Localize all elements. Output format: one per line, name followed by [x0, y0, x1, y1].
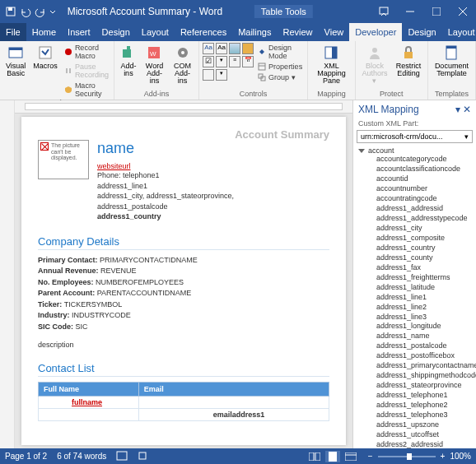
document-page[interactable]: Account Summary The picture can't be dis… — [21, 117, 346, 445]
tab-mailings[interactable]: Mailings — [232, 23, 277, 41]
tree-item[interactable]: address1_longitude — [358, 322, 476, 332]
xml-mapping-pane-button[interactable]: XML Mapping Pane — [311, 43, 352, 86]
group-button[interactable]: Group ▾ — [256, 72, 304, 82]
contact-table[interactable]: Full NameEmail fullname emailaddress1 — [38, 382, 329, 421]
tab-home[interactable]: Home — [26, 23, 62, 41]
tree-item[interactable]: address1_stateorprovince — [358, 381, 476, 391]
detail-row[interactable]: Ticker: TICKERSYMBOL — [38, 299, 329, 311]
design-mode-button[interactable]: Design Mode — [256, 43, 304, 61]
macros-button[interactable]: Macros — [30, 43, 60, 99]
detail-row[interactable]: SIC Code: SIC — [38, 322, 329, 333]
tree-item[interactable]: address1_upszone — [358, 420, 476, 430]
print-layout-icon[interactable] — [325, 451, 340, 462]
email-cell[interactable]: emailaddress1 — [138, 409, 329, 421]
tree-item[interactable]: address1_addresstypecode — [358, 214, 476, 224]
page-indicator[interactable]: Page 1 of 2 — [5, 452, 47, 461]
xml-part-select[interactable]: urn:microsoft-crm/docu...▾ — [357, 130, 473, 143]
control-datepicker-icon[interactable]: 📅 — [242, 56, 254, 67]
pane-dropdown-icon[interactable]: ▾ ✕ — [455, 104, 471, 115]
close-icon[interactable] — [450, 0, 476, 23]
control-legacy-icon[interactable]: ▾ — [216, 69, 227, 81]
tab-developer[interactable]: Developer — [349, 23, 402, 41]
detail-row[interactable]: No. Employees: NUMBEROFEMPLOYEES — [38, 277, 329, 289]
tree-item[interactable]: address1_postofficebox — [358, 351, 476, 361]
zoom-level[interactable]: 100% — [450, 452, 471, 461]
tree-item[interactable]: address1_name — [358, 332, 476, 341]
tree-item[interactable]: address1_line3 — [358, 313, 476, 322]
address-line1[interactable]: address1_line1 — [97, 181, 329, 192]
tree-item[interactable]: address1_shippingmethodcode — [358, 371, 476, 381]
tree-item[interactable]: address1_telephone2 — [358, 401, 476, 411]
control-buildingblock-icon[interactable] — [242, 43, 254, 54]
web-layout-icon[interactable] — [343, 451, 358, 462]
save-icon[interactable] — [5, 6, 16, 17]
minimize-icon[interactable] — [397, 0, 423, 23]
tree-item[interactable]: address1_telephone1 — [358, 391, 476, 401]
block-authors-button[interactable]: Block Authors ▾ — [359, 43, 391, 86]
tree-item[interactable]: address2_addressid — [358, 440, 476, 448]
word-addins-button[interactable]: WWord Add-ins — [142, 43, 167, 86]
macro-indicator-icon[interactable] — [138, 451, 147, 462]
tree-item[interactable]: accountid — [358, 174, 476, 184]
record-macro-button[interactable]: Record Macro — [63, 43, 110, 61]
address-line3[interactable]: address1_postalcode — [97, 202, 329, 212]
ribbon-options-icon[interactable] — [371, 0, 397, 23]
tab-insert[interactable]: Insert — [62, 23, 96, 41]
tree-root[interactable]: account — [358, 146, 476, 155]
tree-item[interactable]: address1_country — [358, 244, 476, 253]
detail-row[interactable]: Parent Account: PARENTACCOUNTIDNAME — [38, 288, 329, 299]
tree-item[interactable]: address1_telephone3 — [358, 411, 476, 420]
tree-item[interactable]: address1_fax — [358, 263, 476, 273]
tree-item[interactable]: accountcategorycode — [358, 155, 476, 165]
xml-tree[interactable]: account accountcategorycodeaccountclassi… — [353, 146, 476, 448]
properties-button[interactable]: Properties — [256, 62, 304, 72]
tab-design[interactable]: Design — [96, 23, 136, 41]
word-count[interactable]: 6 of 74 words — [57, 452, 106, 461]
tree-item[interactable]: accountnumber — [358, 184, 476, 194]
qat-dropdown-icon[interactable] — [49, 6, 56, 17]
control-plaintext-icon[interactable]: Aa — [216, 43, 227, 54]
website-field[interactable]: websiteurl — [97, 162, 329, 170]
tab-table-layout[interactable]: Layout — [442, 23, 476, 41]
detail-row[interactable]: Primary Contact: PRIMARYCONTACTIDNAME — [38, 255, 329, 267]
maximize-icon[interactable] — [423, 0, 450, 23]
redo-icon[interactable] — [35, 6, 46, 17]
visual-basic-button[interactable]: Visual Basic — [3, 43, 28, 99]
tree-item[interactable]: address1_latitude — [358, 283, 476, 293]
tree-item[interactable]: address1_primarycontactname — [358, 361, 476, 371]
account-name-field[interactable]: name — [97, 140, 329, 157]
tree-item[interactable]: address1_utcoffset — [358, 430, 476, 440]
zoom-in-button[interactable]: + — [441, 452, 446, 461]
empty-cell[interactable] — [138, 397, 329, 409]
detail-row[interactable]: Annual Revenue: REVENUE — [38, 266, 329, 277]
control-repeating-icon[interactable] — [203, 69, 214, 81]
tree-item[interactable]: accountratingcode — [358, 194, 476, 204]
tree-item[interactable]: address1_composite — [358, 234, 476, 244]
document-template-button[interactable]: Document Template — [432, 43, 472, 79]
tree-item[interactable]: address1_line2 — [358, 303, 476, 313]
read-mode-icon[interactable] — [307, 451, 322, 462]
fullname-cell[interactable]: fullname — [39, 397, 139, 409]
phone-line[interactable]: Phone: telephone1 — [97, 170, 329, 181]
tree-item[interactable]: address1_postalcode — [358, 341, 476, 351]
zoom-slider[interactable] — [378, 456, 436, 457]
address-country[interactable]: address1_country — [97, 211, 329, 222]
tab-layout[interactable]: Layout — [136, 23, 175, 41]
detail-row[interactable]: Industry: INDUSTRYCODE — [38, 310, 329, 322]
macro-security-button[interactable]: Macro Security — [63, 81, 110, 99]
tree-item[interactable]: address1_city — [358, 224, 476, 234]
control-dropdown-icon[interactable]: ≡ — [229, 56, 240, 67]
tree-item[interactable]: address1_county — [358, 253, 476, 263]
tab-view[interactable]: View — [319, 23, 350, 41]
address-line2[interactable]: address1_city, address1_stateorprovince, — [97, 191, 329, 202]
empty-cell[interactable] — [39, 409, 139, 421]
control-combobox-icon[interactable]: ▾ — [216, 56, 227, 67]
undo-icon[interactable] — [20, 6, 31, 17]
tree-item[interactable]: address1_line1 — [358, 293, 476, 303]
com-addins-button[interactable]: COM Add-ins — [170, 43, 195, 86]
pause-recording-button[interactable]: Pause Recording — [63, 62, 110, 80]
addins-button[interactable]: Add- ins — [118, 43, 139, 86]
tab-file[interactable]: File — [0, 23, 26, 41]
control-checkbox-icon[interactable]: ☑ — [203, 56, 214, 67]
tab-references[interactable]: References — [175, 23, 232, 41]
